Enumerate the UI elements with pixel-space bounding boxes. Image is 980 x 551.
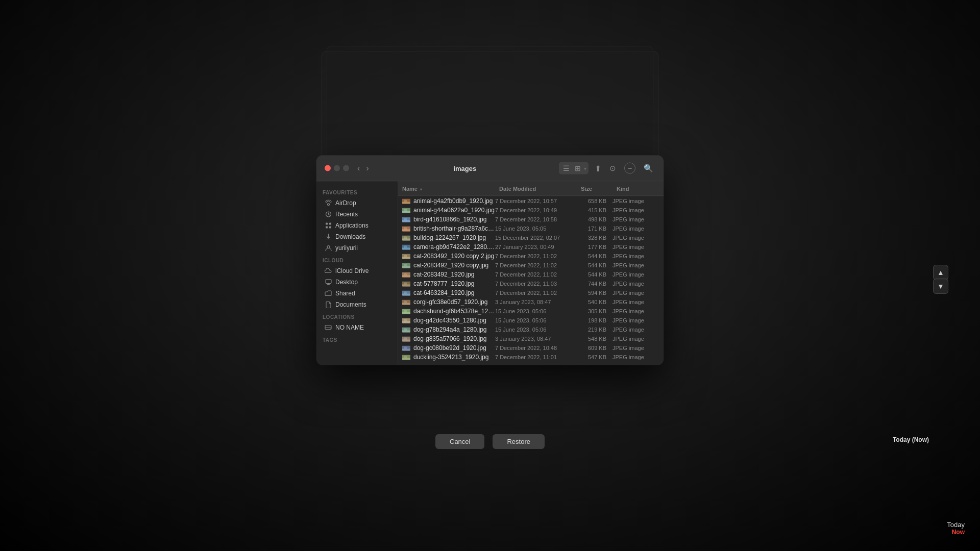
file-kind: JPEG image (612, 345, 664, 351)
file-thumbnail (402, 226, 410, 232)
table-row[interactable]: cat-2083492_1920 copy 2.jpg 7 December 2… (398, 252, 664, 261)
close-button[interactable] (325, 165, 331, 171)
file-name: duckling-3524213_1920.jpg (413, 354, 495, 361)
file-thumbnail (402, 207, 410, 213)
minimize-button[interactable] (334, 165, 340, 171)
svg-rect-63 (404, 356, 407, 359)
sidebar-item-recents[interactable]: Recents (318, 209, 396, 220)
applications-icon (325, 222, 332, 229)
sidebar-item-downloads[interactable]: Downloads (318, 231, 396, 242)
file-list-header: Name ▲ Date Modified Size Kind (398, 182, 664, 196)
file-thumbnail (402, 308, 410, 314)
file-date: 15 June 2023, 05:05 (495, 226, 577, 232)
file-name: cat-2083492_1920 copy 2.jpg (413, 253, 495, 260)
share-button[interactable]: ⬆ (593, 162, 603, 174)
svg-rect-45 (404, 301, 407, 304)
table-row[interactable]: dog-g42dc43550_1280.jpg 15 June 2023, 05… (398, 316, 664, 325)
file-name: bird-g41610866b_1920.jpg (413, 216, 495, 223)
user-icon (325, 244, 332, 252)
file-date: 15 June 2023, 05:06 (495, 308, 577, 314)
forward-button[interactable]: › (364, 163, 371, 173)
table-row[interactable]: cat-5778777_1920.jpg 7 December 2022, 11… (398, 279, 664, 288)
icloud-icon (325, 267, 332, 274)
table-row[interactable]: dachshund-gf6b45378e_1280.jpg 15 June 20… (398, 307, 664, 316)
table-row[interactable]: dog-gc080be92d_1920.jpg 7 December 2022,… (398, 343, 664, 353)
file-size: 171 KB (577, 226, 612, 232)
table-row[interactable]: dog-g835a57066_1920.jpg 3 January 2023, … (398, 334, 664, 343)
tm-up-arrow[interactable]: ▲ (933, 265, 948, 280)
sidebar: Favourites AirDrop (316, 182, 398, 365)
file-thumbnail (402, 253, 410, 259)
table-row[interactable]: duckling-3524213_1920.jpg 7 December 202… (398, 353, 664, 362)
table-row[interactable]: dog-g78b294a4a_1280.jpg 15 June 2023, 05… (398, 325, 664, 334)
svg-rect-51 (404, 319, 407, 322)
sidebar-item-shared[interactable]: Shared (318, 288, 396, 299)
file-thumbnail (402, 336, 410, 342)
file-thumbnail (402, 244, 410, 250)
recents-icon (325, 211, 332, 218)
view-toggle[interactable]: ☰ ⊞ ▾ (559, 162, 589, 174)
svg-rect-42 (404, 292, 407, 294)
tag-button[interactable]: ⊙ (607, 163, 618, 174)
col-header-date[interactable]: Date Modified (495, 184, 577, 194)
sidebar-item-desktop[interactable]: Desktop (318, 277, 396, 288)
file-kind: JPEG image (612, 253, 664, 259)
file-size: 744 KB (577, 281, 612, 287)
sort-arrow-icon: ▲ (419, 186, 423, 191)
table-row[interactable]: animal-g44a0622a0_1920.jpg 7 December 20… (398, 206, 664, 215)
restore-button[interactable]: Restore (493, 434, 545, 449)
file-thumbnail (402, 345, 410, 351)
sidebar-item-airdrop[interactable]: AirDrop (318, 197, 396, 209)
list-view-button[interactable]: ☰ (561, 163, 572, 173)
table-row[interactable]: cat-2083492_1920.jpg 7 December 2022, 11… (398, 270, 664, 279)
sidebar-item-documents[interactable]: Documents (318, 299, 396, 310)
sidebar-section-favourites: Favourites (316, 186, 398, 197)
cancel-button[interactable]: Cancel (435, 434, 484, 449)
action-button[interactable]: − (622, 162, 638, 175)
file-date: 7 December 2022, 11:03 (495, 281, 577, 287)
action-icon: − (624, 163, 635, 174)
table-row[interactable]: cat-6463284_1920.jpg 7 December 2022, 11… (398, 288, 664, 297)
svg-point-0 (327, 203, 329, 205)
table-row[interactable]: british-shorthair-g9a287a6cb_1280.jpg 15… (398, 224, 664, 233)
tm-down-arrow[interactable]: ▼ (933, 279, 948, 294)
svg-rect-57 (404, 338, 407, 340)
window-title: images (377, 164, 553, 172)
file-thumbnail (402, 235, 410, 241)
back-button[interactable]: ‹ (355, 163, 362, 173)
bottom-bar: Cancel Restore (435, 434, 545, 449)
col-header-name[interactable]: Name ▲ (398, 184, 495, 194)
file-list-body: animal-g4a2fb0db9_1920.jpg 7 December 20… (398, 196, 664, 365)
col-date-label: Date Modified (499, 186, 536, 192)
sidebar-item-no-name[interactable]: NO NAME (318, 322, 396, 333)
file-name: dog-g78b294a4a_1280.jpg (413, 326, 495, 333)
file-kind: JPEG image (612, 281, 664, 287)
table-row[interactable]: animal-g4a2fb0db9_1920.jpg 7 December 20… (398, 196, 664, 206)
table-row[interactable]: corgi-gfc38e0d57_1920.jpg 3 January 2023… (398, 297, 664, 307)
sidebar-section-locations: Locations (316, 310, 398, 322)
svg-rect-21 (404, 228, 407, 230)
file-name: dog-g835a57066_1920.jpg (413, 335, 495, 342)
search-button[interactable]: 🔍 (642, 163, 655, 174)
sidebar-item-applications[interactable]: Applications (318, 220, 396, 231)
grid-view-button[interactable]: ⊞ (573, 163, 583, 173)
col-header-size[interactable]: Size (577, 184, 612, 194)
svg-rect-48 (404, 310, 407, 313)
file-size: 498 KB (577, 216, 612, 222)
maximize-button[interactable] (343, 165, 349, 171)
col-header-kind[interactable]: Kind (612, 184, 664, 194)
file-size: 415 KB (577, 207, 612, 213)
table-row[interactable]: bulldog-1224267_1920.jpg 15 December 202… (398, 233, 664, 242)
file-thumbnail (402, 281, 410, 287)
table-row[interactable]: camera-gb9d7422e2_1280.jpg 27 January 20… (398, 242, 664, 252)
col-size-label: Size (581, 186, 592, 192)
desktop-label: Desktop (335, 279, 358, 286)
table-row[interactable]: cat-2083492_1920 copy.jpg 7 December 202… (398, 261, 664, 270)
file-date: 7 December 2022, 10:48 (495, 345, 577, 351)
table-row[interactable]: bird-g41610866b_1920.jpg 7 December 2022… (398, 215, 664, 224)
sidebar-item-yuriiyurii[interactable]: yuriiyurii (318, 242, 396, 254)
file-name: animal-g4a2fb0db9_1920.jpg (413, 197, 495, 205)
file-name: bulldog-1224267_1920.jpg (413, 234, 495, 241)
airdrop-icon (325, 199, 332, 207)
sidebar-item-icloud-drive[interactable]: iCloud Drive (318, 265, 396, 277)
